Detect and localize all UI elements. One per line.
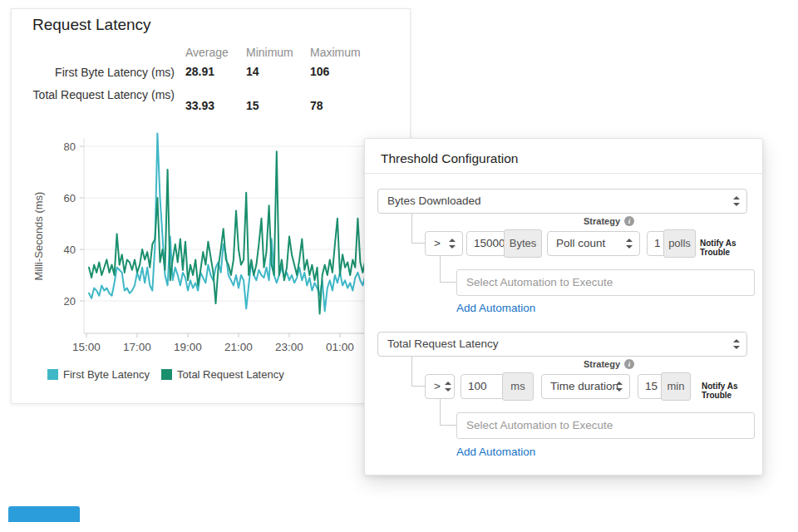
add-automation-link[interactable]: Add Automation (456, 446, 535, 458)
col-header-maximum: Maximum (310, 46, 361, 59)
chart-legend: First Byte Latency Total Request Latency (47, 368, 291, 381)
strategy-select-value: Time duration (550, 380, 618, 392)
first-byte-average: 28.91 (185, 65, 214, 78)
first-byte-legend-swatch (47, 369, 58, 380)
info-icon[interactable]: i (624, 359, 634, 369)
strategy-value-input[interactable]: 1 (647, 231, 664, 256)
svg-text:80: 80 (64, 140, 76, 153)
divider (365, 173, 762, 174)
row-label-first-byte: First Byte Latency (ms) (20, 65, 175, 81)
col-header-average: Average (185, 46, 229, 59)
add-automation-link[interactable]: Add Automation (456, 302, 535, 314)
row-label-total-request: Total Request Latency (ms) (20, 87, 175, 103)
strategy-label: Strategy i (584, 216, 634, 226)
select-stepper-icon (732, 339, 739, 349)
total-request-average: 33.93 (185, 99, 214, 112)
strategy-unit-suffix: polls (663, 229, 696, 258)
unit-suffix: Bytes (504, 229, 542, 258)
strategy-unit-suffix: min (661, 372, 691, 401)
latency-line-chart: 2040608015:0017:0019:0021:0023:0001:00Mi… (12, 130, 410, 362)
strategy-text: Strategy (584, 216, 620, 226)
attribute-select-bytes-downloaded[interactable]: Bytes Downloaded (377, 189, 747, 214)
automation-select-input[interactable]: Select Automation to Execute (456, 412, 755, 439)
first-byte-legend-label: First Byte Latency (63, 368, 150, 381)
threshold-value-input[interactable]: 100 (461, 374, 503, 399)
svg-text:40: 40 (64, 244, 76, 256)
unit-suffix: ms (502, 372, 534, 401)
strategy-select[interactable]: Poll count (547, 231, 640, 256)
total-request-maximum: 78 (310, 99, 323, 112)
select-stepper-icon (444, 382, 451, 392)
attribute-select-value: Total Request Latency (387, 337, 499, 350)
select-stepper-icon (732, 196, 739, 206)
svg-text:60: 60 (64, 192, 76, 204)
strategy-select[interactable]: Time duration (541, 374, 630, 399)
notify-as-trouble-label: Notify As Trouble (702, 382, 762, 400)
threshold-configuration-panel: Threshold Configuration Bytes Downloaded… (364, 138, 763, 475)
tree-connector (411, 214, 426, 244)
select-stepper-icon (615, 382, 622, 392)
strategy-select-value: Poll count (556, 237, 605, 249)
svg-text:Milli-Seconds (ms): Milli-Seconds (ms) (32, 192, 45, 281)
strategy-label: Strategy i (584, 359, 634, 369)
total-request-minimum: 15 (246, 99, 259, 112)
attribute-select-value: Bytes Downloaded (387, 195, 481, 207)
panel-title: Request Latency (32, 16, 151, 34)
comparator-select[interactable]: > (425, 374, 455, 399)
request-latency-panel: Request Latency Average Minimum Maximum … (11, 8, 411, 404)
threshold-value-input[interactable]: 15000 (466, 231, 505, 256)
svg-text:23:00: 23:00 (275, 341, 303, 353)
comparator-value: > (434, 237, 441, 249)
col-header-minimum: Minimum (246, 46, 293, 59)
attribute-select-total-request-latency[interactable]: Total Request Latency (377, 332, 747, 357)
automation-select-input[interactable]: Select Automation to Execute (456, 269, 755, 296)
notify-as-trouble-label: Notify As Trouble (700, 239, 762, 257)
svg-text:21:00: 21:00 (224, 341, 253, 353)
comparator-select[interactable]: > (425, 231, 463, 256)
select-stepper-icon (625, 239, 632, 249)
screen: Request Latency Average Minimum Maximum … (0, 0, 798, 532)
partial-save-button[interactable] (8, 506, 80, 522)
comparator-value: > (434, 380, 441, 392)
svg-text:17:00: 17:00 (123, 341, 151, 353)
strategy-text: Strategy (584, 359, 620, 369)
strategy-value-input[interactable]: 15 (638, 374, 662, 399)
threshold-panel-title: Threshold Configuration (381, 151, 518, 166)
select-stepper-icon (448, 239, 455, 249)
info-icon[interactable]: i (624, 216, 634, 226)
tree-connector (411, 357, 426, 387)
svg-text:19:00: 19:00 (174, 341, 202, 353)
svg-text:20: 20 (64, 295, 76, 308)
total-request-legend-swatch (161, 369, 172, 380)
first-byte-minimum: 14 (246, 65, 259, 78)
total-request-legend-label: Total Request Latency (177, 368, 284, 381)
svg-text:15:00: 15:00 (72, 341, 101, 353)
svg-text:01:00: 01:00 (326, 341, 354, 353)
first-byte-maximum: 106 (310, 65, 329, 78)
